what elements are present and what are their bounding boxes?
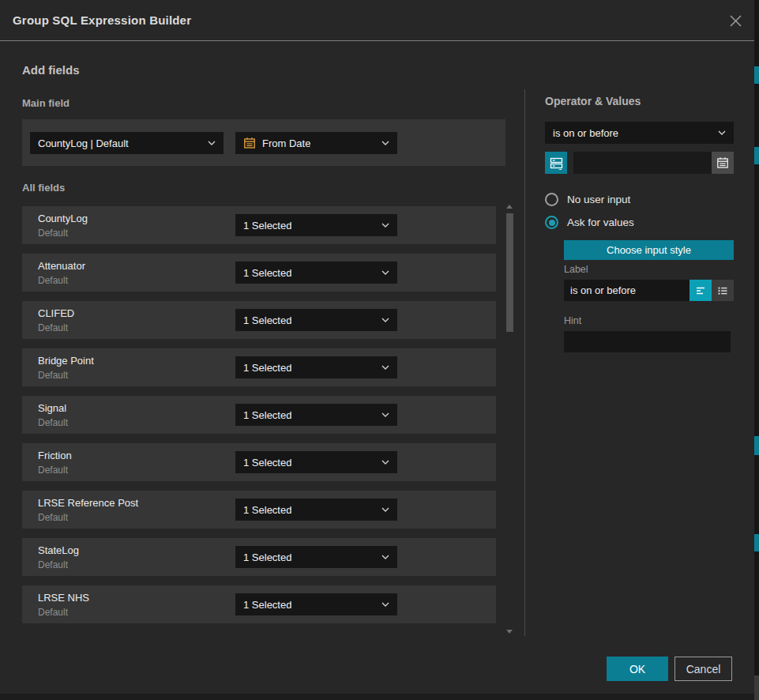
background-accent	[754, 676, 759, 700]
field-sublabel: Default	[38, 275, 68, 286]
chevron-down-icon	[381, 460, 389, 465]
field-row: CLIFED Default 1 Selected	[22, 301, 496, 339]
background-accent	[754, 147, 759, 164]
background-accent	[754, 534, 759, 551]
chevron-down-icon	[381, 318, 389, 322]
field-selected-dropdown[interactable]: 1 Selected	[235, 214, 397, 236]
all-fields-label: All fields	[22, 182, 65, 194]
label-input-row	[564, 280, 734, 301]
ok-button[interactable]: OK	[607, 657, 668, 681]
background-accent	[754, 66, 759, 84]
field-selected-dropdown-label: 1 Selected	[243, 267, 291, 279]
stacked-input-icon	[550, 156, 563, 170]
field-selected-dropdown-label: 1 Selected	[243, 457, 291, 469]
chevron-down-icon	[208, 141, 216, 145]
field-sublabel: Default	[38, 559, 68, 570]
field-sublabel: Default	[38, 512, 68, 523]
field-name: CountyLog	[38, 213, 88, 224]
field-name: LRSE NHS	[38, 592, 89, 604]
field-row: LRSE Reference Post Default 1 Selected	[22, 491, 496, 529]
field-row: Friction Default 1 Selected	[22, 443, 496, 481]
dialog-title: Group SQL Expression Builder	[13, 0, 191, 41]
input-style-text-button[interactable]	[689, 280, 712, 301]
radio-no-user-input-label: No user input	[567, 194, 630, 205]
input-style-list-button[interactable]	[712, 280, 734, 301]
main-field-source-value: CountyLog | Default	[38, 137, 129, 149]
field-name: Attenuator	[38, 260, 85, 272]
field-row: CountyLog Default 1 Selected	[22, 206, 496, 244]
field-selected-dropdown[interactable]: 1 Selected	[235, 546, 397, 568]
scroll-up-icon[interactable]	[506, 205, 513, 209]
operator-values-heading: Operator & Values	[545, 95, 641, 107]
hint-input[interactable]	[564, 331, 731, 352]
dialog-header: Group SQL Expression Builder	[0, 0, 754, 41]
field-selected-dropdown-label: 1 Selected	[243, 362, 291, 374]
field-sublabel: Default	[38, 607, 68, 618]
field-row: LRSE NHS Default 1 Selected	[22, 585, 496, 623]
close-icon[interactable]	[726, 11, 745, 30]
field-selected-dropdown-label: 1 Selected	[243, 409, 291, 421]
cancel-button[interactable]: Cancel	[674, 657, 732, 681]
main-field-date-select[interactable]: From Date	[235, 132, 397, 154]
field-selected-dropdown[interactable]: 1 Selected	[235, 309, 397, 331]
field-row: Bridge Point Default 1 Selected	[22, 348, 496, 386]
all-fields-list: CountyLog Default 1 Selected Attenuator …	[22, 206, 496, 633]
main-field-source-select[interactable]: CountyLog | Default	[30, 132, 224, 154]
field-name: CLIFED	[38, 307, 74, 319]
main-field-label: Main field	[22, 97, 70, 109]
group-sql-expression-builder-dialog: Group SQL Expression Builder Add fields …	[0, 0, 754, 694]
chevron-down-icon	[381, 507, 389, 512]
fields-scrollbar[interactable]	[506, 203, 513, 635]
radio-ask-for-values[interactable]: Ask for values	[545, 216, 634, 229]
panel-divider	[524, 89, 525, 636]
operator-select-value: is on or before	[553, 127, 618, 139]
field-selected-dropdown-label: 1 Selected	[243, 220, 291, 231]
operator-select[interactable]: is on or before	[545, 122, 734, 144]
label-field-label: Label	[564, 264, 588, 275]
date-picker-button[interactable]	[712, 152, 734, 174]
field-selected-dropdown[interactable]: 1 Selected	[235, 356, 397, 378]
field-selected-dropdown[interactable]: 1 Selected	[235, 593, 397, 615]
chevron-down-icon	[381, 365, 389, 370]
chevron-down-icon	[718, 130, 726, 135]
radio-circle[interactable]	[545, 216, 558, 229]
input-type-toggle-button[interactable]	[545, 152, 567, 174]
chevron-down-icon	[381, 223, 389, 228]
field-row: StateLog Default 1 Selected	[22, 538, 496, 576]
radio-no-user-input[interactable]: No user input	[545, 193, 630, 206]
chevron-down-icon	[381, 412, 389, 417]
field-sublabel: Default	[38, 417, 68, 428]
field-selected-dropdown[interactable]: 1 Selected	[235, 451, 397, 473]
field-sublabel: Default	[38, 322, 68, 333]
main-field-date-value: From Date	[262, 137, 310, 149]
field-selected-dropdown-label: 1 Selected	[243, 599, 291, 611]
align-left-icon	[694, 284, 707, 297]
radio-circle[interactable]	[545, 193, 558, 206]
add-fields-heading: Add fields	[22, 63, 80, 77]
field-selected-dropdown-label: 1 Selected	[243, 504, 291, 516]
scroll-down-icon[interactable]	[506, 630, 513, 634]
field-selected-dropdown[interactable]: 1 Selected	[235, 499, 397, 521]
hint-field-label: Hint	[564, 315, 581, 326]
choose-input-style-button[interactable]: Choose input style	[564, 240, 734, 260]
main-field-panel: CountyLog | Default From Date	[22, 119, 505, 166]
field-selected-dropdown[interactable]: 1 Selected	[235, 404, 397, 426]
value-input[interactable]	[573, 152, 712, 174]
field-name: Friction	[38, 450, 72, 461]
field-selected-dropdown-label: 1 Selected	[243, 314, 291, 326]
label-input[interactable]	[564, 280, 689, 301]
value-input-row	[545, 152, 734, 174]
field-name: StateLog	[38, 544, 79, 556]
radio-ask-for-values-label: Ask for values	[567, 216, 634, 228]
field-row: Signal Default 1 Selected	[22, 396, 496, 434]
scrollbar-thumb[interactable]	[506, 213, 513, 332]
chevron-down-icon	[381, 602, 389, 607]
field-row: Attenuator Default 1 Selected	[22, 254, 496, 292]
field-sublabel: Default	[38, 228, 68, 239]
list-icon	[716, 284, 729, 297]
field-name: LRSE Reference Post	[38, 497, 138, 509]
field-name: Signal	[38, 402, 66, 414]
chevron-down-icon	[381, 270, 389, 275]
background-app-edge	[754, 0, 759, 700]
field-selected-dropdown[interactable]: 1 Selected	[235, 262, 397, 284]
